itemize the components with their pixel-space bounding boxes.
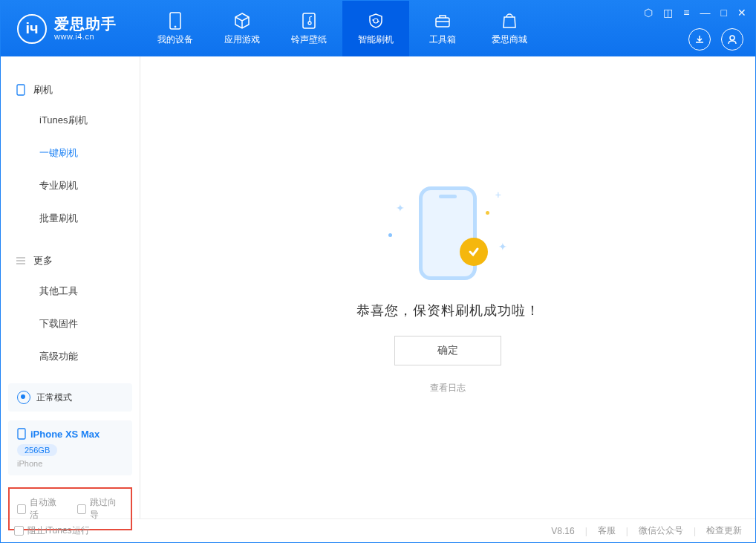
checkbox-skip-guide[interactable]: 跳过向导	[77, 496, 124, 521]
sparkle-icon: ✦	[396, 202, 405, 214]
top-nav: 我的设备 应用游戏 铃声壁纸 智能刷机 工具箱 爱思商城	[142, 1, 543, 56]
mode-card[interactable]: 正常模式	[8, 383, 132, 412]
maximize-button[interactable]: □	[721, 7, 727, 19]
phone-icon	[17, 428, 26, 440]
chk-label: 跳过向导	[90, 496, 123, 521]
header-user-area	[688, 28, 743, 51]
phone-icon	[169, 11, 182, 30]
cube-icon	[233, 11, 251, 30]
success-message: 恭喜您，保资料刷机成功啦！	[356, 302, 540, 319]
minimize-button[interactable]: —	[700, 7, 711, 19]
sidebar-item-batch-flash[interactable]: 批量刷机	[1, 202, 140, 235]
sidebar-item-oneclick-flash[interactable]: 一键刷机	[1, 137, 140, 169]
logo-icon: iч	[17, 14, 47, 44]
mode-label: 正常模式	[36, 391, 72, 404]
chk-label: 阻止iTunes运行	[27, 524, 90, 537]
menu-icon[interactable]: ≡	[683, 7, 689, 19]
phone-outline-icon	[419, 186, 477, 280]
nav-ringtone-wallpaper[interactable]: 铃声壁纸	[276, 1, 342, 56]
sidebar-item-itunes-flash[interactable]: iTunes刷机	[1, 104, 140, 137]
app-logo: iч 爱思助手 www.i4.cn	[1, 1, 142, 56]
nav-smart-flash[interactable]: 智能刷机	[342, 1, 409, 56]
app-url: www.i4.cn	[54, 32, 117, 41]
nav-store[interactable]: 爱思商城	[476, 1, 543, 56]
device-type: iPhone	[17, 459, 123, 468]
section-title: 刷机	[33, 83, 53, 97]
mode-icon	[17, 391, 30, 404]
checkbox-block-itunes[interactable]: 阻止iTunes运行	[14, 524, 90, 537]
success-check-icon	[460, 238, 488, 266]
svg-rect-3	[436, 18, 449, 27]
nav-label: 智能刷机	[358, 33, 394, 46]
svg-rect-5	[17, 85, 25, 95]
sparkle-icon: +	[495, 189, 501, 201]
nav-label: 铃声壁纸	[291, 33, 327, 46]
checkbox-auto-activate[interactable]: 自动激活	[17, 496, 64, 521]
svg-rect-2	[303, 13, 315, 28]
list-icon	[16, 256, 26, 266]
sidebar: 刷机 iTunes刷机 一键刷机 专业刷机 批量刷机 更多 其他工具 下载固件 …	[1, 56, 140, 518]
svg-rect-6	[18, 429, 25, 439]
sidebar-section-more[interactable]: 更多	[1, 247, 140, 275]
lock-icon[interactable]: ◫	[663, 7, 673, 19]
window-controls: ⬡ ◫ ≡ — □ ✕	[644, 7, 746, 19]
support-link[interactable]: 客服	[598, 524, 616, 537]
svg-point-4	[730, 36, 734, 40]
version-label: V8.16	[551, 526, 574, 536]
wechat-link[interactable]: 微信公众号	[639, 524, 683, 537]
nav-label: 爱思商城	[492, 33, 527, 46]
nav-label: 应用游戏	[224, 33, 260, 46]
sidebar-section-flash[interactable]: 刷机	[1, 76, 140, 104]
sidebar-item-download-fw[interactable]: 下载固件	[1, 308, 140, 340]
dot-icon	[388, 233, 392, 237]
device-storage: 256GB	[17, 444, 57, 456]
toolbox-icon	[434, 11, 452, 30]
sidebar-item-advanced[interactable]: 高级功能	[1, 340, 140, 373]
main-content: ✦ + ✦ 恭喜您，保资料刷机成功啦！ 确定 查看日志	[140, 56, 755, 518]
music-note-icon	[301, 11, 317, 30]
view-log-link[interactable]: 查看日志	[430, 382, 466, 394]
app-name: 爱思助手	[54, 16, 117, 32]
tshirt-icon[interactable]: ⬡	[644, 7, 653, 19]
nav-label: 工具箱	[429, 33, 456, 46]
section-title: 更多	[33, 254, 53, 267]
refresh-shield-icon	[367, 11, 385, 30]
dot-icon	[486, 211, 489, 215]
sparkle-icon: ✦	[498, 241, 507, 253]
nav-label: 我的设备	[157, 33, 193, 46]
device-name: iPhone XS Max	[30, 429, 100, 440]
sidebar-item-pro-flash[interactable]: 专业刷机	[1, 169, 140, 202]
success-illustration: ✦ + ✦	[388, 181, 507, 285]
device-card[interactable]: iPhone XS Max 256GB iPhone	[8, 420, 132, 475]
download-button[interactable]	[688, 28, 711, 51]
nav-apps-games[interactable]: 应用游戏	[209, 1, 276, 56]
sidebar-item-other-tools[interactable]: 其他工具	[1, 275, 140, 308]
close-button[interactable]: ✕	[737, 7, 746, 19]
ok-button[interactable]: 确定	[394, 336, 501, 365]
nav-toolbox[interactable]: 工具箱	[409, 1, 476, 56]
update-link[interactable]: 检查更新	[706, 524, 742, 537]
device-icon	[16, 85, 26, 95]
user-button[interactable]	[721, 28, 743, 51]
chk-label: 自动激活	[30, 496, 63, 521]
bag-icon	[501, 11, 518, 30]
nav-my-device[interactable]: 我的设备	[142, 1, 209, 56]
header-bar: iч 爱思助手 www.i4.cn 我的设备 应用游戏 铃声壁纸 智能刷机 工具…	[1, 1, 755, 56]
svg-point-1	[175, 26, 176, 27]
